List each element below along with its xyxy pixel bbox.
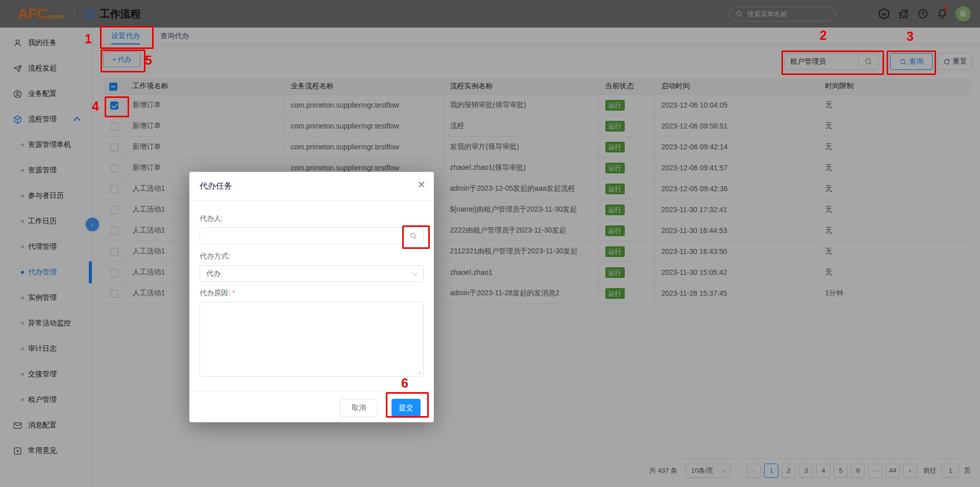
mode-select[interactable]: 代办	[200, 265, 424, 282]
assignee-input-group	[200, 227, 424, 244]
delegate-task-dialog: 代办任务 ✕ 代办人: 代办方式: 代办 代办原因:*	[189, 172, 434, 422]
cancel-button[interactable]: 取消	[340, 399, 378, 417]
reason-textarea-wrap	[200, 302, 424, 377]
reason-label: 代办原因:*	[200, 289, 424, 298]
app-window: AFC enter 工作流程 AI	[0, 0, 980, 487]
assignee-input[interactable]	[200, 228, 408, 244]
assignee-label: 代办人:	[200, 214, 424, 223]
assignee-search-icon[interactable]	[402, 228, 423, 244]
reason-textarea[interactable]	[200, 302, 423, 376]
close-icon[interactable]: ✕	[417, 180, 426, 190]
required-mark: *	[232, 289, 235, 297]
mode-label: 代办方式:	[200, 252, 424, 261]
chevron-down-icon	[412, 270, 418, 275]
submit-button[interactable]: 提交	[391, 399, 421, 417]
dialog-title: 代办任务	[189, 172, 434, 201]
modal-backdrop	[0, 0, 980, 487]
